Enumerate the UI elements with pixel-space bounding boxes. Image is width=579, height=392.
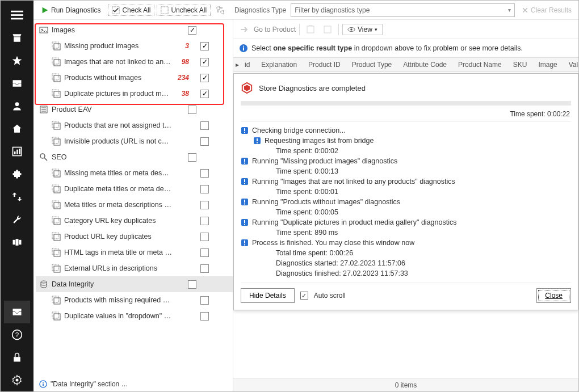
auto-scroll-checkbox[interactable] [300,292,308,300]
play-icon [41,6,49,14]
sidebar-item-tools[interactable] [4,208,30,231]
fix-button-1[interactable] [303,22,318,37]
tree-checkbox[interactable] [188,153,196,162]
group-icon [39,26,48,35]
tree-item[interactable]: Duplicate pictures in product med…38 [36,86,233,102]
tree-checkbox[interactable] [200,58,209,66]
menu-icon[interactable] [4,4,30,27]
sidebar-item-diagnostics[interactable] [4,301,30,323]
item-icon [52,296,61,305]
svg-point-3 [15,102,19,106]
tree-item-label: Duplicate values in "dropdown" a… [64,312,172,320]
sidebar-item-store[interactable] [4,27,30,49]
tree-item[interactable]: Duplicate values in "dropdown" a… [36,308,233,324]
table-column-header[interactable]: Product Type [346,61,398,69]
refresh-button[interactable] [213,3,228,18]
diag-type-select[interactable]: Filter by diagnostics type ▾ [291,3,515,17]
svg-rect-83 [244,200,245,203]
table-column-header[interactable]: Explanation [255,61,303,69]
sidebar-item-settings[interactable] [4,369,30,391]
progress-dialog: Store Diagnostics are completed Time spe… [233,73,578,310]
tree-item[interactable]: Products with missing required at… [36,292,233,308]
diag-type-placeholder: Filter by diagnostics type [295,6,370,14]
tree-item[interactable]: Products without images234 [36,70,233,86]
view-dropdown[interactable]: View ▾ [342,24,383,35]
sidebar-item-sync[interactable] [4,186,30,208]
sidebar-item-home[interactable] [4,117,30,140]
svg-point-66 [243,46,244,47]
tree-item[interactable]: Duplicate meta titles or meta des… [36,181,233,197]
svg-rect-90 [244,245,245,246]
table-column-header[interactable]: SKU [507,61,533,69]
hide-details-button[interactable]: Hide Details [241,288,295,303]
item-icon [52,184,61,193]
tree-checkbox[interactable] [200,185,209,193]
tree-group[interactable]: Data Integrity [36,276,233,292]
tree-item[interactable]: Missing product images3 [36,38,233,54]
sidebar-item-favorites[interactable] [4,49,30,72]
tree-checkbox[interactable] [200,169,209,178]
sidebar-item-help[interactable]: ? [4,323,30,346]
svg-rect-49 [52,248,58,255]
tree-checkbox[interactable] [188,280,196,289]
sidebar-item-user[interactable] [4,95,30,117]
tree-checkbox[interactable] [200,248,209,257]
tree-checkbox[interactable] [200,201,209,209]
table-column-header[interactable]: Value [563,61,578,69]
item-icon [52,121,61,130]
run-diagnostics-button[interactable]: Run Diagnostics [36,4,106,16]
table-column-header[interactable]: Product ID [303,61,346,69]
tree-item[interactable]: Meta titles or meta descriptions l… [36,197,233,213]
tree-checkbox[interactable] [200,296,209,305]
svg-rect-50 [54,250,60,256]
sidebar-item-extensions[interactable] [4,163,30,186]
tree-item[interactable]: Images that are not linked to an…98 [36,54,233,70]
status-bar: 0 items [233,378,578,391]
svg-rect-16 [161,6,168,13]
tree-item[interactable]: Invisible products (URL is not cor… [36,133,233,149]
tree-item[interactable]: External URLs in descriptions [36,260,233,276]
table-column-header[interactable]: id [239,61,255,69]
tree-checkbox[interactable] [188,106,196,114]
tree-item[interactable]: Products that are not assigned t… [36,117,233,133]
tree-checkbox[interactable] [200,264,209,273]
tree-item[interactable]: HTML tags in meta title or meta d… [36,245,233,260]
svg-rect-5 [14,151,16,154]
app-logo-icon [241,82,253,94]
clear-results-button[interactable]: Clear Results [517,6,576,14]
svg-rect-87 [244,224,245,225]
tree-checkbox[interactable] [200,312,209,321]
go-to-product-button[interactable] [237,22,251,37]
tree-checkbox[interactable] [200,121,209,130]
table-column-header[interactable]: Product Name [452,61,507,69]
table-column-header[interactable]: Image [532,61,563,69]
uncheck-all-button[interactable]: Uncheck All [157,5,211,16]
tree-checkbox[interactable] [188,26,196,35]
svg-rect-7 [19,149,20,154]
sidebar-item-columns[interactable] [4,231,30,254]
svg-line-38 [44,158,47,161]
tree-checkbox[interactable] [200,42,209,50]
eye-icon [347,26,355,33]
svg-rect-28 [54,91,60,98]
close-button[interactable]: Close [536,288,571,303]
tree-group[interactable]: Product EAV [36,102,233,117]
sidebar-item-inbox[interactable] [4,72,30,95]
svg-rect-55 [54,298,60,304]
tree-group[interactable]: SEO [36,149,233,165]
sidebar-item-analytics[interactable] [4,140,30,163]
tree-checkbox[interactable] [200,217,209,225]
tree-checkbox[interactable] [200,137,209,146]
sidebar-item-lock[interactable] [4,346,30,369]
tree-checkbox[interactable] [200,90,209,98]
tree-group[interactable]: Images [36,22,233,38]
tree-checkbox[interactable] [200,74,209,82]
fix-button-2[interactable] [320,22,335,37]
tree-item[interactable]: Category URL key duplicates [36,213,233,229]
tree-item[interactable]: Missing meta titles or meta descri… [36,165,233,181]
tree-item[interactable]: Product URL key duplicates [36,229,233,245]
check-all-button[interactable]: Check All [108,5,154,16]
log-row: Time spent: 0:00:13 [241,166,571,176]
tree-checkbox[interactable] [200,233,209,241]
table-column-header[interactable]: Attribute Code [397,61,452,69]
